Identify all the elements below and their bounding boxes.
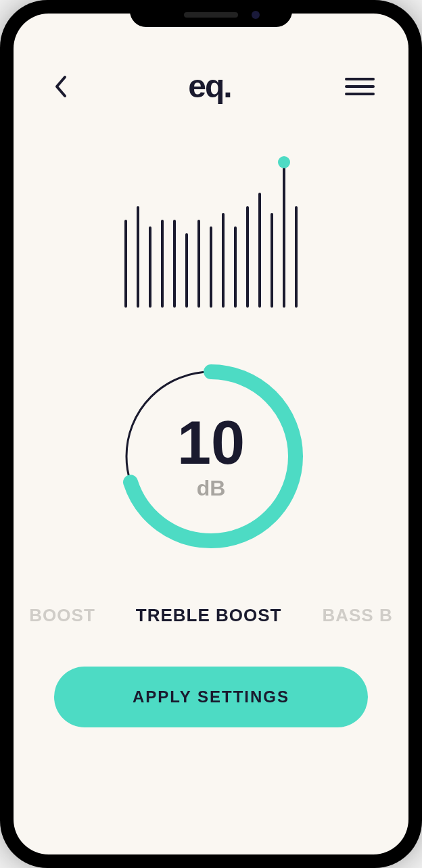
dial-container: 10 dB — [14, 362, 408, 551]
eq-bar[interactable] — [124, 220, 127, 308]
apply-settings-button[interactable]: APPLY SETTINGS — [54, 667, 368, 727]
menu-button[interactable] — [345, 78, 375, 95]
chevron-left-icon — [53, 74, 69, 99]
eq-bar[interactable] — [283, 166, 285, 308]
app-logo: eq. — [188, 68, 231, 105]
eq-bar[interactable] — [246, 206, 249, 308]
eq-bar[interactable] — [173, 220, 176, 308]
dial-readout: 10 dB — [116, 362, 306, 551]
phone-camera — [252, 11, 260, 19]
gain-dial[interactable]: 10 dB — [116, 362, 306, 551]
eq-bar[interactable] — [271, 213, 273, 308]
eq-bar[interactable] — [161, 220, 164, 308]
phone-speaker — [184, 12, 238, 18]
dial-value: 10 — [177, 412, 245, 473]
hamburger-line — [345, 93, 375, 95]
header: eq. — [14, 14, 408, 125]
eq-bar[interactable] — [149, 226, 151, 308]
eq-bar[interactable] — [222, 213, 225, 308]
eq-bar[interactable] — [258, 193, 261, 308]
eq-bar[interactable] — [185, 233, 188, 308]
hamburger-line — [345, 85, 375, 88]
eq-bar[interactable] — [197, 220, 200, 308]
eq-bar[interactable] — [234, 226, 237, 308]
eq-bar[interactable] — [295, 206, 298, 308]
preset-carousel[interactable]: BOOST TREBLE BOOST BASS B — [14, 605, 408, 626]
eq-bar[interactable] — [210, 226, 212, 308]
eq-indicator-dot[interactable] — [278, 156, 290, 168]
equalizer-visual[interactable] — [14, 159, 408, 308]
preset-active[interactable]: TREBLE BOOST — [136, 605, 282, 626]
app-screen: eq. 10 dB BOOST TREBLE BOOS — [14, 14, 408, 854]
eq-bar[interactable] — [137, 206, 139, 308]
phone-frame: eq. 10 dB BOOST TREBLE BOOS — [0, 0, 422, 868]
hamburger-line — [345, 78, 375, 80]
preset-prev[interactable]: BOOST — [29, 605, 95, 626]
back-button[interactable] — [47, 73, 74, 100]
dial-unit: dB — [197, 476, 226, 501]
preset-next[interactable]: BASS B — [322, 605, 392, 626]
